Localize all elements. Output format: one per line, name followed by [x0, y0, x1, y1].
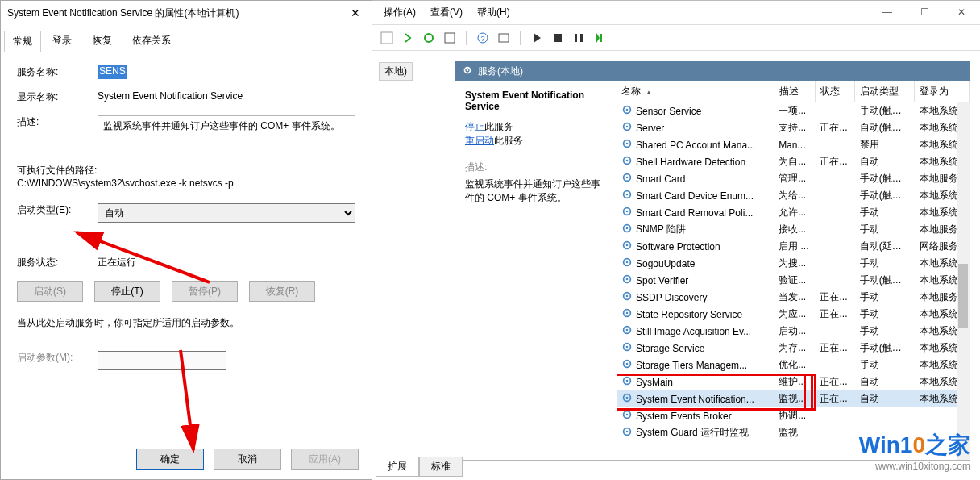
tab-dependencies[interactable]: 依存关系: [123, 30, 180, 52]
toolbar-stop-icon[interactable]: [550, 30, 566, 46]
restart-link[interactable]: 重启动: [465, 134, 494, 148]
table-row[interactable]: Shell Hardware Detection为自...正在...自动本地系统: [617, 153, 970, 170]
table-row[interactable]: SNMP 陷阱接收...手动本地服务: [617, 221, 970, 238]
table-row[interactable]: Smart Card Removal Poli...允许...手动本地系统: [617, 204, 970, 221]
watermark-url: www.win10xitong.com: [859, 461, 970, 472]
toolbar-export-icon[interactable]: [496, 30, 512, 46]
window-controls: — ☐ ✕: [869, 1, 980, 23]
menu-help[interactable]: 帮助(H): [477, 6, 510, 19]
btab-standard[interactable]: 标准: [455, 457, 463, 461]
col-startup[interactable]: 启动类型: [855, 81, 915, 102]
table-row[interactable]: Still Image Acquisition Ev...启动...手动本地系统: [617, 323, 970, 340]
cell-state: [815, 255, 854, 272]
table-row[interactable]: SSDP Discovery当发...正在...手动本地服务: [617, 289, 970, 306]
toolbar-pause-icon[interactable]: [571, 30, 587, 46]
table-row[interactable]: Software Protection启用 ...自动(延迟...网络服务: [617, 238, 970, 255]
cell-state: [815, 272, 854, 289]
table-row[interactable]: Server支持...正在...自动(触发...本地系统: [617, 119, 970, 136]
tree-node-local[interactable]: 本地): [379, 62, 413, 81]
stop-button[interactable]: 停止(T): [94, 281, 160, 302]
table-row[interactable]: Shared PC Account Mana...Man...禁用本地系统: [617, 136, 970, 153]
toolbar-forward-icon[interactable]: [400, 30, 416, 46]
services-window: — ☐ ✕ 操作(A) 查看(V) 帮助(H) ? 本地) 服务(本地): [372, 0, 980, 480]
svg-rect-11: [600, 34, 602, 42]
toolbar-help-icon[interactable]: ?: [475, 30, 491, 46]
startup-type-select[interactable]: 自动: [98, 203, 355, 223]
toolbar-back-icon[interactable]: [379, 30, 395, 46]
col-name[interactable]: 名称▲: [617, 81, 774, 102]
cell-desc: Man...: [774, 136, 815, 153]
cell-desc: 为应...: [774, 306, 815, 323]
gear-icon: [621, 104, 633, 118]
gear-icon: [621, 341, 633, 355]
menu-action[interactable]: 操作(A): [384, 6, 416, 19]
cell-name: SogouUpdate: [636, 258, 695, 269]
cell-desc: 监视...: [774, 390, 815, 407]
table-row[interactable]: Spot Verifier验证...手动(触发...本地系统: [617, 272, 970, 289]
services-list[interactable]: 名称▲ 描述 状态 启动类型 登录为 Sensor Service一项...手动…: [617, 81, 970, 460]
table-row[interactable]: Storage Service为存...正在...手动(触发...本地系统: [617, 340, 970, 357]
gear-icon: [462, 65, 473, 78]
cell-desc: 启用 ...: [774, 238, 815, 255]
cell-name: Smart Card Device Enum...: [636, 190, 754, 202]
scroll-thumb[interactable]: [958, 264, 968, 328]
tab-general[interactable]: 常规: [4, 31, 41, 52]
table-row[interactable]: SogouUpdate为搜...手动本地系统: [617, 255, 970, 272]
cell-name: Spot Verifier: [636, 275, 688, 286]
svg-point-13: [467, 69, 469, 72]
scrollbar[interactable]: [957, 102, 970, 460]
cell-startup: 手动(触发...: [855, 272, 915, 289]
toolbar-properties-icon[interactable]: [442, 30, 458, 46]
col-state[interactable]: 状态: [815, 81, 854, 102]
col-logon[interactable]: 登录为: [915, 81, 970, 102]
table-row[interactable]: SysMain维护...正在...自动本地系统: [617, 374, 970, 390]
table-row[interactable]: System Event Notification...监视...正在...自动…: [617, 390, 970, 407]
svg-point-43: [626, 346, 629, 349]
cell-state: 正在...: [815, 390, 854, 407]
minimize-icon[interactable]: —: [869, 1, 906, 23]
toolbar-restart-icon[interactable]: [592, 30, 608, 46]
cell-desc: 当发...: [774, 289, 815, 306]
table-row[interactable]: System Events Broker协调...: [617, 407, 970, 424]
svg-rect-8: [554, 34, 562, 42]
cell-state: [815, 170, 854, 187]
cell-startup: 手动: [855, 306, 915, 323]
startup-hint: 当从此处启动服务时，你可指定所适用的启动参数。: [17, 316, 355, 330]
cell-name: SNMP 陷阱: [636, 223, 686, 236]
ok-button[interactable]: 确定: [136, 449, 204, 470]
service-properties-dialog: System Event Notification Service 的属性(本地…: [0, 0, 372, 480]
stop-link[interactable]: 停止: [465, 120, 484, 134]
cell-startup: 手动: [855, 221, 915, 238]
table-row[interactable]: Storage Tiers Managem...优化...手动本地系统: [617, 357, 970, 374]
menu-view[interactable]: 查看(V): [430, 6, 463, 19]
maximize-icon[interactable]: ☐: [906, 1, 943, 23]
svg-point-47: [626, 380, 629, 382]
table-row[interactable]: Sensor Service一项...手动(触发...本地系统: [617, 102, 970, 120]
cell-state: 正在...: [815, 306, 854, 323]
cell-state: [815, 102, 854, 120]
svg-point-33: [626, 261, 629, 264]
watermark-brand: Win10之家: [859, 430, 970, 461]
toolbar-play-icon[interactable]: [529, 30, 545, 46]
cancel-button[interactable]: 取消: [214, 449, 281, 470]
value-description[interactable]: 监视系统事件并通知订户这些事件的 COM+ 事件系统。: [98, 115, 355, 152]
table-row[interactable]: Smart Card管理...手动(触发...本地服务: [617, 170, 970, 187]
gear-icon: [621, 375, 633, 389]
table-row[interactable]: State Repository Service为应...正在...手动本地系统: [617, 306, 970, 323]
cell-desc: 为自...: [774, 153, 815, 170]
close-icon[interactable]: ✕: [346, 1, 365, 25]
svg-point-49: [626, 397, 629, 399]
col-desc[interactable]: 描述: [774, 81, 815, 102]
cell-name: State Repository Service: [636, 309, 742, 320]
close-icon[interactable]: ✕: [943, 1, 980, 23]
gear-icon: [621, 358, 633, 372]
tab-logon[interactable]: 登录: [44, 30, 81, 52]
tab-recovery[interactable]: 恢复: [84, 30, 121, 52]
dialog-titlebar[interactable]: System Event Notification Service 的属性(本地…: [1, 1, 372, 25]
cell-desc: 为搜...: [774, 255, 815, 272]
toolbar-refresh-icon[interactable]: [421, 30, 437, 46]
table-row[interactable]: Smart Card Device Enum...为给...手动(触发...本地…: [617, 187, 970, 204]
svg-rect-4: [445, 33, 455, 43]
cell-desc: 监视: [774, 424, 815, 441]
cell-name: Sensor Service: [636, 106, 701, 117]
